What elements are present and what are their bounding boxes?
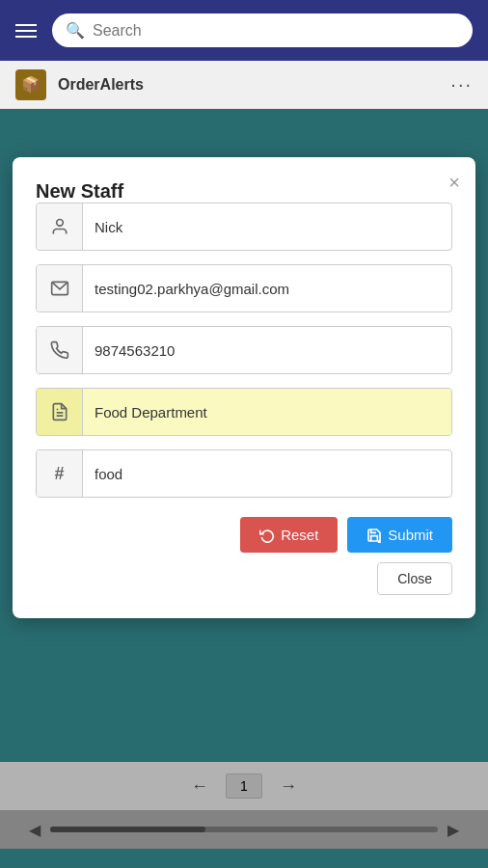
email-input[interactable]: [83, 265, 451, 312]
new-staff-modal: New Staff ×: [13, 157, 475, 618]
department-icon: [37, 389, 83, 435]
tag-field-container: #: [36, 449, 452, 498]
submit-button[interactable]: Submit: [347, 517, 452, 553]
app-header-bar: 📦 OrderAlerts ···: [0, 61, 488, 109]
hamburger-menu-button[interactable]: [15, 24, 37, 38]
app-icon: 📦: [15, 69, 46, 100]
top-navbar: 🔍: [0, 0, 488, 61]
search-icon: 🔍: [66, 21, 85, 40]
search-input[interactable]: [93, 22, 459, 40]
tag-icon: #: [37, 450, 83, 497]
action-buttons: Reset Submit: [36, 517, 452, 553]
close-row: Close: [36, 562, 452, 595]
app-title: OrderAlerts: [58, 76, 439, 94]
reset-button[interactable]: Reset: [240, 517, 338, 553]
phone-icon: [37, 327, 83, 373]
svg-point-0: [56, 220, 63, 227]
modal-close-button[interactable]: ×: [448, 173, 460, 192]
modal-overlay: New Staff ×: [0, 109, 488, 868]
phone-field-container: [36, 326, 452, 374]
department-field-container: [36, 388, 452, 436]
search-bar[interactable]: 🔍: [52, 14, 473, 47]
department-input[interactable]: [83, 389, 451, 435]
email-icon: [37, 265, 83, 312]
name-field-container: [36, 203, 452, 251]
modal-title: New Staff: [36, 180, 123, 202]
more-options-button[interactable]: ···: [450, 73, 473, 95]
person-icon: [37, 203, 83, 250]
email-field-container: [36, 264, 452, 312]
name-input[interactable]: [83, 203, 451, 250]
close-button[interactable]: Close: [377, 562, 452, 595]
phone-input[interactable]: [83, 327, 451, 373]
tag-input[interactable]: [83, 450, 451, 497]
